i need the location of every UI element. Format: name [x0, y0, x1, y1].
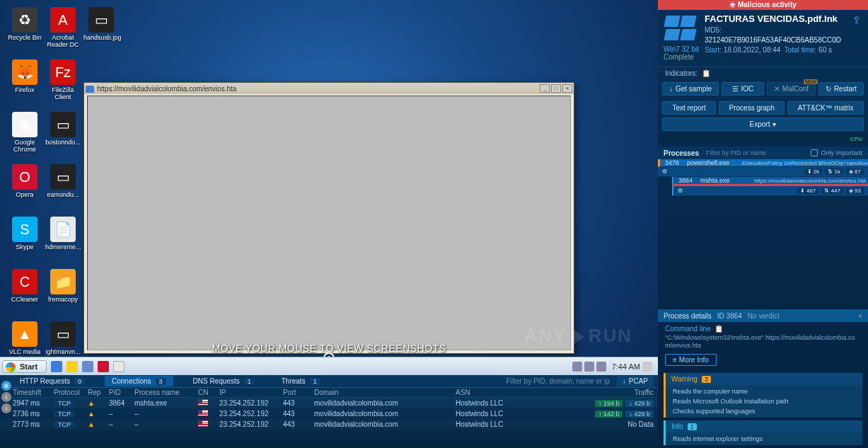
network-tab[interactable]: Connections 3 [105, 376, 173, 386]
network-table-header: Timeshift Protocol Rep PID Process name … [0, 388, 658, 398]
desktop-icon[interactable]: CCCleaner [7, 269, 42, 303]
desktop-icon[interactable]: ◉Google Chrome [7, 112, 42, 153]
start-button[interactable]: Start [2, 360, 47, 373]
malicious-banner: ☣ Malicious activity [658, 0, 868, 10]
gear-icon: ⚙ [678, 188, 683, 194]
right-panel: ☣ Malicious activity Win7 32 bitComplete… [658, 0, 868, 448]
only-important-toggle[interactable]: Only important [811, 149, 862, 156]
attck-button[interactable]: ATT&CK™ matrix [787, 101, 864, 115]
indicators-row[interactable]: Indicators: 📋 [658, 67, 868, 79]
network-tab[interactable]: Threats 1 [274, 376, 328, 386]
minimize-button[interactable]: _ [540, 84, 550, 93]
network-tab[interactable]: DNS Requests 1 [186, 376, 262, 386]
connection-row[interactable]: 2773 msTCP▲––23.254.252.192443movilidadv… [0, 419, 658, 430]
side-feed-icons[interactable]: ⊕ii [0, 379, 13, 415]
desktop-icon[interactable]: ▭bostonndo... [45, 112, 81, 146]
malconf-button[interactable]: ✕ MalConf [767, 82, 816, 96]
os-label: Win7 32 bitComplete [664, 45, 699, 61]
warning-item: Reads Microsoft Outlook installation pat… [666, 396, 862, 406]
command-line-text: "C:\Windows\system32\mshta.exe" https://… [665, 334, 861, 350]
network-panel: HTTP Requests 0Connections 3DNS Requests… [0, 375, 658, 448]
close-button[interactable]: × [562, 84, 572, 93]
desktop-icon[interactable]: FzFileZilla Client [45, 59, 81, 100]
desktop-icon[interactable]: ▭eamondu... [45, 164, 81, 198]
connection-row[interactable]: 2947 msTCP▲3864mshta.exe23.254.252.19244… [0, 398, 658, 408]
desktop-icon[interactable]: AAcrobat Reader DC [45, 7, 81, 48]
cpu-graph: CPU [658, 134, 868, 144]
ioc-button[interactable]: ☰ IOC [722, 82, 764, 96]
process-filter[interactable]: Filter by PID or name [706, 149, 766, 156]
clock: 7:44 AM [612, 362, 640, 371]
process-row[interactable]: 3864mshta.exehttps://movilidadvialcolomb… [672, 177, 868, 186]
process-stats: ⚙⬇ 2k⇅ 1k◈ 87 [658, 167, 868, 177]
close-details-icon[interactable]: × [858, 312, 862, 320]
text-report-button[interactable]: Text report [662, 101, 716, 115]
desktop-icon[interactable]: ♻Recycle Bin [7, 7, 42, 41]
desktop-icon[interactable]: 📁fremacopy [45, 269, 81, 303]
ie-task-icon[interactable] [113, 361, 125, 372]
desktop-icon[interactable]: 🦊Firefox [7, 59, 42, 93]
network-tabs: HTTP Requests 0Connections 3DNS Requests… [0, 375, 658, 388]
connection-row[interactable]: 2736 msTCP▲––23.254.252.192443movilidadv… [0, 408, 658, 419]
verdict-label: No verdict [748, 312, 780, 320]
desktop-icon[interactable]: OOpera [7, 164, 42, 198]
info-box[interactable]: Info 1 Reads internet explorer settings [664, 420, 862, 445]
ie-icon[interactable] [51, 361, 62, 372]
processes-panel: Processes Filter by PID or name Only imp… [658, 147, 868, 196]
system-tray[interactable]: 7:44 AM [570, 362, 658, 372]
desktop-icon[interactable]: 📄hdmereme... [45, 217, 81, 251]
restart-button[interactable]: ↻ Restart [818, 82, 864, 96]
process-graph-button[interactable]: Process graph [719, 101, 785, 115]
desktop-icon[interactable]: SSkype [7, 217, 42, 251]
desktop-icon[interactable]: ▭handsusb.jpg [83, 7, 119, 41]
opera-taskbar-icon[interactable] [98, 361, 109, 372]
windows-taskbar: Start 7:44 AM [0, 357, 658, 375]
ie-body [87, 96, 571, 350]
copy-cmd-icon[interactable]: 📋 [714, 325, 723, 333]
process-details-panel: Process details ID 3864 No verdict × Com… [658, 309, 868, 448]
desktop-screenshot: ♻Recycle BinAAcrobat Reader DC▭handsusb.… [0, 0, 658, 375]
copy-icon[interactable]: 📋 [702, 69, 710, 77]
wmp-icon[interactable] [82, 361, 93, 372]
process-stats: ⚙⬇ 467⇅ 447◈ 93 [672, 186, 868, 196]
process-row[interactable]: 3476powershell.exe-ExecutionPolicy UnRes… [658, 159, 868, 167]
more-info-button[interactable]: ≡ More Info [665, 354, 717, 366]
process-details-label: Process details [664, 312, 712, 320]
gear-icon: ⚙ [662, 168, 667, 175]
network-filter-input[interactable]: Filter by PID, domain, name or ip [507, 377, 617, 385]
get-sample-button[interactable]: ↓ Get sample [662, 82, 719, 96]
sample-header: Win7 32 bitComplete FACTURAS VENCIDAS.pd… [658, 10, 868, 67]
maximize-button[interactable]: □ [551, 84, 561, 93]
share-icon[interactable]: ⇪ [852, 14, 861, 61]
export-button[interactable]: Export ▾ [662, 117, 864, 131]
pcap-button[interactable]: ↓ PCAP [617, 376, 654, 386]
sample-title: FACTURAS VENCIDAS.pdf.lnk [705, 14, 847, 24]
network-tab[interactable]: HTTP Requests 0 [13, 376, 92, 386]
ie-window: https://movilidadvialcolombia.com/envios… [83, 82, 574, 354]
warning-item: Checks supported languages [666, 406, 862, 416]
explorer-icon[interactable] [66, 361, 78, 372]
info-item: Reads internet explorer settings [666, 434, 862, 444]
warning-item: Reads the computer name [666, 386, 862, 396]
processes-header: Processes [664, 149, 699, 157]
windows-logo-icon [664, 16, 698, 44]
ie-url: https://movilidadvialcolombia.com/envios… [86, 85, 538, 93]
warning-box[interactable]: Warning 3 Reads the computer nameReads M… [664, 373, 862, 418]
